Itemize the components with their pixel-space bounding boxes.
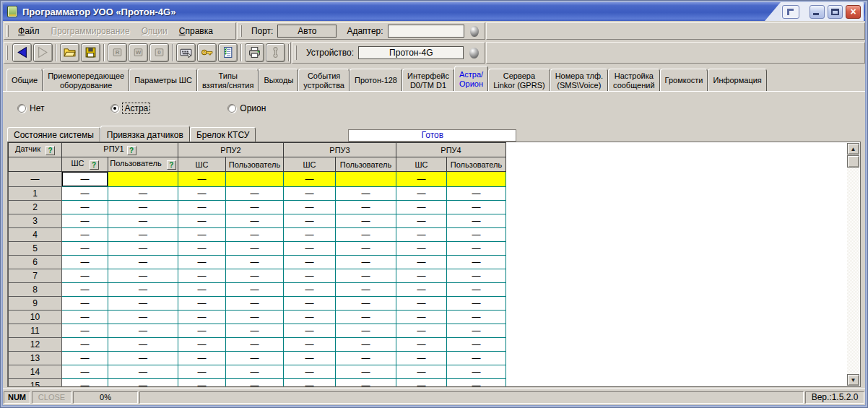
table-cell[interactable]: — — [396, 187, 447, 201]
table-cell[interactable]: — — [62, 352, 108, 365]
table-cell[interactable]: — — [178, 256, 226, 269]
table-cell[interactable]: — — [108, 269, 178, 283]
table-cell[interactable]: — — [108, 338, 178, 352]
table-cell[interactable]: — — [226, 283, 284, 297]
table-cell[interactable]: — — [108, 201, 178, 214]
table-cell[interactable]: — — [62, 324, 108, 338]
key-button[interactable] — [197, 43, 217, 62]
table-cell[interactable]: — — [108, 283, 178, 297]
table-cell[interactable]: — — [447, 352, 506, 365]
table-cell[interactable]: — — [178, 269, 226, 283]
table-cell[interactable]: — — [284, 324, 336, 338]
table-cell[interactable]: — — [284, 228, 336, 242]
save-file-button[interactable] — [81, 43, 100, 62]
table-cell[interactable]: — — [62, 214, 108, 228]
scroll-up-icon[interactable]: ▲ — [847, 143, 859, 155]
table-cell[interactable]: — — [284, 187, 336, 201]
radio-option-0[interactable]: Нет — [17, 103, 44, 113]
subtab-2[interactable]: Брелок КТСУ — [190, 127, 256, 142]
table-cell[interactable]: — — [336, 365, 396, 379]
table-cell[interactable]: — — [62, 228, 108, 242]
table-cell[interactable]: — — [447, 242, 506, 256]
table-cell[interactable]: — — [284, 172, 336, 187]
main-tab-12[interactable]: Громкости — [660, 69, 708, 91]
keyboard-button[interactable] — [176, 43, 196, 62]
table-cell[interactable]: — — [178, 214, 226, 228]
table-cell[interactable]: — — [62, 172, 108, 187]
table-cell[interactable]: — — [284, 338, 336, 352]
help-icon[interactable]: ? — [167, 160, 176, 170]
table-cell[interactable]: — — [336, 201, 396, 214]
table-cell[interactable]: — — [336, 256, 396, 269]
scroll-down-icon[interactable]: ▼ — [847, 374, 859, 386]
write-device-button[interactable]: W — [129, 43, 148, 62]
table-cell[interactable]: — — [178, 228, 226, 242]
table-cell[interactable]: — — [178, 365, 226, 379]
table-cell[interactable]: — — [178, 352, 226, 365]
table-cell[interactable]: — — [178, 201, 226, 214]
table-cell[interactable]: — — [178, 311, 226, 324]
table-cell[interactable]: — — [336, 311, 396, 324]
table-cell[interactable]: — — [62, 256, 108, 269]
table-cell[interactable]: — — [447, 283, 506, 297]
journal-button[interactable] — [218, 43, 238, 62]
table-cell[interactable]: — — [396, 228, 447, 242]
table-cell[interactable]: — — [284, 256, 336, 269]
table-cell[interactable]: — — [226, 242, 284, 256]
table-cell[interactable]: — — [396, 297, 447, 311]
table-cell[interactable]: — — [226, 269, 284, 283]
table-cell[interactable]: — — [396, 256, 447, 269]
table-cell[interactable] — [336, 172, 396, 187]
band-grip[interactable] — [6, 45, 8, 60]
subtab-1[interactable]: Привязка датчиков — [100, 126, 190, 142]
table-cell[interactable]: — — [336, 228, 396, 242]
table-cell[interactable]: — — [396, 352, 447, 365]
port-value-box[interactable]: Авто — [277, 25, 337, 38]
verify-device-button[interactable]: 0 — [149, 43, 169, 62]
main-tab-8[interactable]: Астра/ Орион — [454, 66, 488, 91]
table-cell[interactable]: — — [336, 187, 396, 201]
radio-option-2[interactable]: Орион — [227, 103, 266, 113]
table-cell[interactable]: — — [396, 379, 447, 388]
table-cell[interactable]: — — [178, 172, 226, 187]
maximize-button[interactable] — [828, 5, 843, 19]
main-tab-11[interactable]: Настройка сообщений — [608, 69, 660, 91]
table-cell[interactable]: — — [396, 172, 447, 187]
table-cell[interactable]: — — [447, 228, 506, 242]
table-cell[interactable]: — — [178, 297, 226, 311]
table-cell[interactable]: — — [447, 201, 506, 214]
table-cell[interactable]: — — [336, 324, 396, 338]
table-cell[interactable]: — — [336, 269, 396, 283]
table-cell[interactable]: — — [447, 379, 506, 388]
table-cell[interactable]: — — [396, 269, 447, 283]
table-cell[interactable]: — — [108, 187, 178, 201]
table-cell[interactable]: — — [62, 365, 108, 379]
main-tab-3[interactable]: Типы взятия/снятия — [197, 69, 259, 91]
scroll-thumb[interactable] — [847, 155, 859, 168]
table-cell[interactable]: — — [284, 214, 336, 228]
table-cell[interactable]: — — [447, 297, 506, 311]
main-tab-13[interactable]: Информация — [708, 69, 766, 91]
table-cell[interactable]: — — [336, 352, 396, 365]
table-cell[interactable]: — — [396, 283, 447, 297]
table-cell[interactable]: — — [62, 269, 108, 283]
table-cell[interactable]: — — [62, 379, 108, 388]
table-cell[interactable]: — — [108, 297, 178, 311]
main-tab-0[interactable]: Общие — [6, 69, 43, 91]
table-cell[interactable]: — — [447, 365, 506, 379]
main-tab-6[interactable]: Протон-128 — [350, 69, 402, 91]
menu-item-0[interactable]: Файл — [12, 24, 45, 38]
table-cell[interactable] — [226, 172, 284, 187]
table-cell[interactable]: — — [62, 311, 108, 324]
float-window-button[interactable] — [782, 5, 799, 19]
main-tab-10[interactable]: Номера тлф. (SMS\Voice) — [550, 69, 608, 91]
table-cell[interactable]: — — [226, 187, 284, 201]
table-cell[interactable]: — — [447, 256, 506, 269]
table-cell[interactable]: — — [108, 214, 178, 228]
table-cell[interactable]: — — [178, 324, 226, 338]
minimize-button[interactable] — [810, 5, 825, 19]
forward-button[interactable] — [33, 43, 53, 62]
table-cell[interactable]: — — [396, 365, 447, 379]
close-button[interactable]: × — [846, 5, 861, 19]
table-cell[interactable]: — — [447, 338, 506, 352]
